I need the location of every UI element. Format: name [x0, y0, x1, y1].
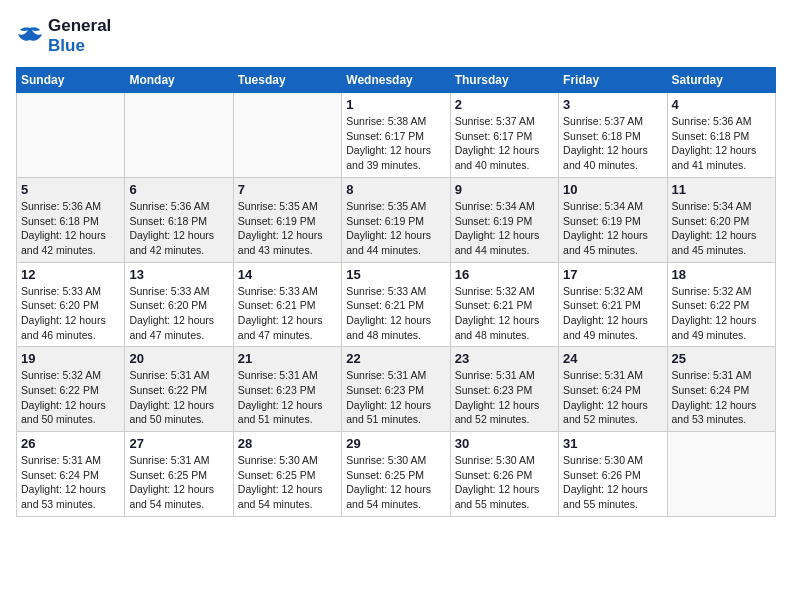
- empty-day-cell: [233, 93, 341, 178]
- calendar-day-cell: 10Sunrise: 5:34 AM Sunset: 6:19 PM Dayli…: [559, 177, 667, 262]
- day-info: Sunrise: 5:36 AM Sunset: 6:18 PM Dayligh…: [672, 114, 771, 173]
- day-info: Sunrise: 5:32 AM Sunset: 6:21 PM Dayligh…: [563, 284, 662, 343]
- weekday-header-tuesday: Tuesday: [233, 68, 341, 93]
- calendar-day-cell: 29Sunrise: 5:30 AM Sunset: 6:25 PM Dayli…: [342, 432, 450, 517]
- day-number: 31: [563, 436, 662, 451]
- day-number: 26: [21, 436, 120, 451]
- day-info: Sunrise: 5:37 AM Sunset: 6:17 PM Dayligh…: [455, 114, 554, 173]
- page-header: General Blue: [16, 16, 776, 55]
- weekday-header-monday: Monday: [125, 68, 233, 93]
- day-number: 18: [672, 267, 771, 282]
- day-info: Sunrise: 5:33 AM Sunset: 6:20 PM Dayligh…: [129, 284, 228, 343]
- logo-icon: [16, 24, 44, 48]
- empty-day-cell: [125, 93, 233, 178]
- day-info: Sunrise: 5:34 AM Sunset: 6:19 PM Dayligh…: [455, 199, 554, 258]
- day-info: Sunrise: 5:30 AM Sunset: 6:26 PM Dayligh…: [563, 453, 662, 512]
- day-info: Sunrise: 5:32 AM Sunset: 6:22 PM Dayligh…: [21, 368, 120, 427]
- day-number: 5: [21, 182, 120, 197]
- day-info: Sunrise: 5:33 AM Sunset: 6:21 PM Dayligh…: [238, 284, 337, 343]
- day-number: 30: [455, 436, 554, 451]
- weekday-header-friday: Friday: [559, 68, 667, 93]
- weekday-header-saturday: Saturday: [667, 68, 775, 93]
- calendar-week-row: 1Sunrise: 5:38 AM Sunset: 6:17 PM Daylig…: [17, 93, 776, 178]
- day-number: 19: [21, 351, 120, 366]
- day-number: 7: [238, 182, 337, 197]
- calendar-day-cell: 16Sunrise: 5:32 AM Sunset: 6:21 PM Dayli…: [450, 262, 558, 347]
- calendar-day-cell: 6Sunrise: 5:36 AM Sunset: 6:18 PM Daylig…: [125, 177, 233, 262]
- day-number: 2: [455, 97, 554, 112]
- day-info: Sunrise: 5:31 AM Sunset: 6:25 PM Dayligh…: [129, 453, 228, 512]
- day-info: Sunrise: 5:33 AM Sunset: 6:20 PM Dayligh…: [21, 284, 120, 343]
- calendar-week-row: 5Sunrise: 5:36 AM Sunset: 6:18 PM Daylig…: [17, 177, 776, 262]
- calendar-day-cell: 9Sunrise: 5:34 AM Sunset: 6:19 PM Daylig…: [450, 177, 558, 262]
- calendar-week-row: 12Sunrise: 5:33 AM Sunset: 6:20 PM Dayli…: [17, 262, 776, 347]
- calendar-day-cell: 2Sunrise: 5:37 AM Sunset: 6:17 PM Daylig…: [450, 93, 558, 178]
- day-number: 9: [455, 182, 554, 197]
- calendar-day-cell: 8Sunrise: 5:35 AM Sunset: 6:19 PM Daylig…: [342, 177, 450, 262]
- calendar-header-row: SundayMondayTuesdayWednesdayThursdayFrid…: [17, 68, 776, 93]
- day-number: 6: [129, 182, 228, 197]
- calendar-day-cell: 11Sunrise: 5:34 AM Sunset: 6:20 PM Dayli…: [667, 177, 775, 262]
- day-info: Sunrise: 5:38 AM Sunset: 6:17 PM Dayligh…: [346, 114, 445, 173]
- calendar-day-cell: 20Sunrise: 5:31 AM Sunset: 6:22 PM Dayli…: [125, 347, 233, 432]
- day-number: 12: [21, 267, 120, 282]
- day-number: 21: [238, 351, 337, 366]
- calendar-day-cell: 13Sunrise: 5:33 AM Sunset: 6:20 PM Dayli…: [125, 262, 233, 347]
- day-info: Sunrise: 5:31 AM Sunset: 6:23 PM Dayligh…: [455, 368, 554, 427]
- day-info: Sunrise: 5:32 AM Sunset: 6:21 PM Dayligh…: [455, 284, 554, 343]
- day-number: 13: [129, 267, 228, 282]
- empty-day-cell: [667, 432, 775, 517]
- day-number: 3: [563, 97, 662, 112]
- calendar-day-cell: 14Sunrise: 5:33 AM Sunset: 6:21 PM Dayli…: [233, 262, 341, 347]
- calendar-day-cell: 1Sunrise: 5:38 AM Sunset: 6:17 PM Daylig…: [342, 93, 450, 178]
- day-number: 22: [346, 351, 445, 366]
- calendar-day-cell: 4Sunrise: 5:36 AM Sunset: 6:18 PM Daylig…: [667, 93, 775, 178]
- calendar-day-cell: 26Sunrise: 5:31 AM Sunset: 6:24 PM Dayli…: [17, 432, 125, 517]
- day-info: Sunrise: 5:31 AM Sunset: 6:22 PM Dayligh…: [129, 368, 228, 427]
- day-number: 4: [672, 97, 771, 112]
- day-number: 11: [672, 182, 771, 197]
- calendar-day-cell: 7Sunrise: 5:35 AM Sunset: 6:19 PM Daylig…: [233, 177, 341, 262]
- day-number: 20: [129, 351, 228, 366]
- calendar-day-cell: 28Sunrise: 5:30 AM Sunset: 6:25 PM Dayli…: [233, 432, 341, 517]
- day-info: Sunrise: 5:34 AM Sunset: 6:20 PM Dayligh…: [672, 199, 771, 258]
- day-info: Sunrise: 5:31 AM Sunset: 6:24 PM Dayligh…: [672, 368, 771, 427]
- calendar-day-cell: 27Sunrise: 5:31 AM Sunset: 6:25 PM Dayli…: [125, 432, 233, 517]
- calendar-day-cell: 23Sunrise: 5:31 AM Sunset: 6:23 PM Dayli…: [450, 347, 558, 432]
- weekday-header-thursday: Thursday: [450, 68, 558, 93]
- calendar-day-cell: 15Sunrise: 5:33 AM Sunset: 6:21 PM Dayli…: [342, 262, 450, 347]
- calendar-week-row: 19Sunrise: 5:32 AM Sunset: 6:22 PM Dayli…: [17, 347, 776, 432]
- day-number: 28: [238, 436, 337, 451]
- calendar-day-cell: 24Sunrise: 5:31 AM Sunset: 6:24 PM Dayli…: [559, 347, 667, 432]
- day-info: Sunrise: 5:36 AM Sunset: 6:18 PM Dayligh…: [21, 199, 120, 258]
- calendar-table: SundayMondayTuesdayWednesdayThursdayFrid…: [16, 67, 776, 517]
- empty-day-cell: [17, 93, 125, 178]
- calendar-week-row: 26Sunrise: 5:31 AM Sunset: 6:24 PM Dayli…: [17, 432, 776, 517]
- day-info: Sunrise: 5:36 AM Sunset: 6:18 PM Dayligh…: [129, 199, 228, 258]
- day-info: Sunrise: 5:30 AM Sunset: 6:25 PM Dayligh…: [346, 453, 445, 512]
- calendar-day-cell: 25Sunrise: 5:31 AM Sunset: 6:24 PM Dayli…: [667, 347, 775, 432]
- logo-text: General Blue: [48, 16, 111, 55]
- day-info: Sunrise: 5:31 AM Sunset: 6:23 PM Dayligh…: [346, 368, 445, 427]
- day-info: Sunrise: 5:33 AM Sunset: 6:21 PM Dayligh…: [346, 284, 445, 343]
- day-info: Sunrise: 5:35 AM Sunset: 6:19 PM Dayligh…: [346, 199, 445, 258]
- day-info: Sunrise: 5:30 AM Sunset: 6:25 PM Dayligh…: [238, 453, 337, 512]
- calendar-day-cell: 22Sunrise: 5:31 AM Sunset: 6:23 PM Dayli…: [342, 347, 450, 432]
- day-number: 1: [346, 97, 445, 112]
- day-number: 16: [455, 267, 554, 282]
- calendar-day-cell: 5Sunrise: 5:36 AM Sunset: 6:18 PM Daylig…: [17, 177, 125, 262]
- day-number: 17: [563, 267, 662, 282]
- calendar-day-cell: 19Sunrise: 5:32 AM Sunset: 6:22 PM Dayli…: [17, 347, 125, 432]
- calendar-day-cell: 17Sunrise: 5:32 AM Sunset: 6:21 PM Dayli…: [559, 262, 667, 347]
- logo: General Blue: [16, 16, 111, 55]
- calendar-day-cell: 18Sunrise: 5:32 AM Sunset: 6:22 PM Dayli…: [667, 262, 775, 347]
- day-number: 29: [346, 436, 445, 451]
- calendar-day-cell: 3Sunrise: 5:37 AM Sunset: 6:18 PM Daylig…: [559, 93, 667, 178]
- day-info: Sunrise: 5:30 AM Sunset: 6:26 PM Dayligh…: [455, 453, 554, 512]
- weekday-header-wednesday: Wednesday: [342, 68, 450, 93]
- calendar-day-cell: 12Sunrise: 5:33 AM Sunset: 6:20 PM Dayli…: [17, 262, 125, 347]
- day-number: 27: [129, 436, 228, 451]
- weekday-header-sunday: Sunday: [17, 68, 125, 93]
- day-number: 23: [455, 351, 554, 366]
- day-info: Sunrise: 5:31 AM Sunset: 6:24 PM Dayligh…: [21, 453, 120, 512]
